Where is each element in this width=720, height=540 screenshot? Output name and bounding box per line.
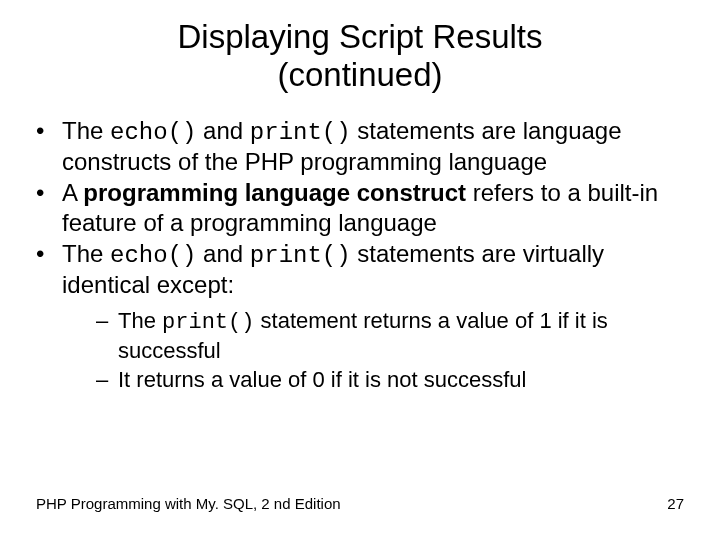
footer-left: PHP Programming with My. SQL, 2 nd Editi… — [36, 495, 341, 512]
footer: PHP Programming with My. SQL, 2 nd Editi… — [36, 495, 684, 512]
bullet-list: The echo() and print() statements are la… — [36, 116, 684, 394]
b1-pre: The — [62, 117, 110, 144]
title-line-2: (continued) — [277, 56, 442, 93]
s1-pre: The — [118, 308, 162, 333]
sub-1: The print() statement returns a value of… — [96, 307, 684, 364]
bullet-1: The echo() and print() statements are la… — [36, 116, 684, 177]
title-line-1: Displaying Script Results — [178, 18, 543, 55]
bullet-3: The echo() and print() statements are vi… — [36, 239, 684, 394]
b3-code2: print() — [250, 242, 351, 269]
b1-code2: print() — [250, 119, 351, 146]
b1-mid: and — [196, 117, 249, 144]
sub-list: The print() statement returns a value of… — [62, 307, 684, 394]
b2-pre: A — [62, 179, 83, 206]
bullet-2: A programming language construct refers … — [36, 178, 684, 237]
b3-pre: The — [62, 240, 110, 267]
s2-text: It returns a value of 0 if it is not suc… — [118, 367, 526, 392]
s1-code: print() — [162, 310, 254, 335]
b3-code1: echo() — [110, 242, 196, 269]
page-number: 27 — [667, 495, 684, 512]
sub-2: It returns a value of 0 if it is not suc… — [96, 366, 684, 394]
slide-title: Displaying Script Results (continued) — [36, 18, 684, 94]
b3-mid: and — [196, 240, 249, 267]
b1-code1: echo() — [110, 119, 196, 146]
b2-bold: programming language construct — [83, 179, 466, 206]
